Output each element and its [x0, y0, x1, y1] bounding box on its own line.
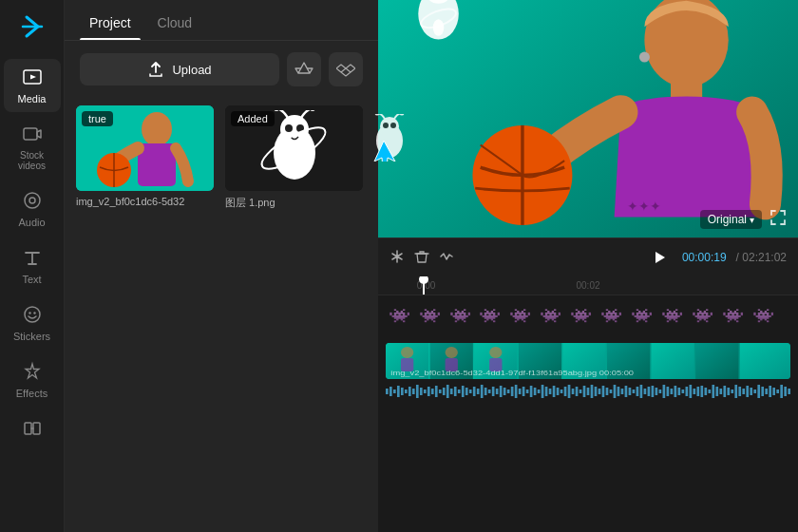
svg-rect-94 [484, 388, 487, 395]
svg-rect-122 [591, 385, 594, 398]
media-item-1[interactable]: true img_v2_bf0c1dc6-5d32 [76, 105, 214, 210]
dropbox-button[interactable] [329, 52, 363, 86]
main-panel: Project Cloud Upload [65, 0, 378, 532]
added-badge-2: Added [231, 111, 275, 126]
svg-rect-138 [652, 386, 655, 397]
right-panel: ✦✦✦ Original [378, 0, 798, 532]
sidebar-item-effects[interactable]: Effects [4, 353, 61, 407]
time-total: / 02:21:02 [736, 251, 787, 264]
media-label-1: img_v2_bf0c1dc6-5d32 [76, 196, 214, 207]
tab-project[interactable]: Project [80, 4, 141, 40]
upload-button[interactable]: Upload [80, 53, 279, 86]
svg-rect-117 [572, 389, 575, 394]
svg-text:👾: 👾 [752, 307, 775, 324]
media-grid: true img_v2_bf0c1dc6-5d32 [65, 98, 378, 218]
svg-rect-171 [776, 390, 779, 393]
logo[interactable] [15, 10, 49, 44]
sidebar-item-stickers[interactable]: Stickers [4, 296, 61, 350]
svg-rect-139 [656, 388, 658, 395]
playhead[interactable] [423, 276, 425, 294]
svg-rect-70 [393, 390, 396, 393]
svg-marker-37 [656, 252, 665, 263]
svg-rect-137 [648, 387, 651, 396]
svg-rect-110 [545, 387, 548, 396]
svg-point-5 [25, 307, 40, 322]
delete-icon[interactable] [414, 249, 429, 267]
svg-rect-82 [439, 390, 442, 393]
ruler-marks: 0:00 00:02 [386, 280, 790, 291]
svg-rect-129 [618, 387, 620, 396]
timeline-ruler: 0:00 00:02 [378, 276, 798, 295]
svg-rect-91 [473, 387, 476, 396]
svg-rect-95 [488, 390, 491, 393]
svg-rect-107 [534, 388, 537, 395]
svg-rect-136 [644, 389, 647, 394]
split-icon[interactable] [390, 249, 405, 267]
svg-text:img_v2_bf0c1dc6-5d32-4dd1-97df: img_v2_bf0c1dc6-5d32-4dd1-97df-f13f61a95… [390, 370, 634, 377]
svg-rect-155 [715, 387, 718, 396]
svg-point-3 [25, 193, 40, 208]
svg-rect-106 [530, 386, 533, 397]
svg-rect-130 [621, 389, 624, 394]
svg-rect-147 [686, 387, 689, 396]
fullscreen-button[interactable] [770, 209, 787, 230]
play-button[interactable] [646, 244, 673, 271]
svg-rect-131 [625, 386, 628, 397]
sidebar-item-text[interactable]: Text [4, 239, 61, 293]
svg-point-4 [29, 198, 35, 203]
quality-selector[interactable]: Original ▾ [700, 210, 762, 229]
sidebar-item-transitions[interactable] [4, 410, 61, 452]
svg-rect-113 [557, 388, 560, 395]
svg-rect-84 [446, 385, 449, 398]
svg-text:👾: 👾 [661, 307, 684, 324]
tab-cloud[interactable]: Cloud [148, 4, 202, 40]
time-current: 00:00:19 [682, 251, 727, 264]
audio-track-row [386, 385, 790, 423]
svg-rect-163 [746, 386, 749, 397]
sidebar-item-media[interactable]: Media [4, 59, 61, 112]
svg-text:👾: 👾 [449, 307, 472, 324]
svg-rect-143 [671, 389, 674, 394]
sidebar: Media Stockvideos Audio Text [0, 0, 65, 532]
svg-rect-168 [765, 389, 768, 394]
svg-rect-72 [401, 388, 404, 395]
ruler-mark-1 [466, 280, 547, 291]
svg-rect-83 [443, 388, 446, 395]
svg-rect-59 [695, 343, 738, 379]
svg-rect-69 [390, 387, 392, 396]
svg-point-6 [28, 312, 30, 314]
text-icon [22, 247, 43, 271]
svg-rect-132 [629, 388, 632, 395]
svg-text:👾: 👾 [419, 307, 442, 324]
svg-rect-144 [674, 386, 677, 397]
timeline-tracks: 👾 👾 👾 👾 👾 👾 👾 👾 👾 👾 👾 👾 [378, 295, 798, 428]
sidebar-item-stickers-label: Stickers [13, 331, 50, 342]
svg-rect-76 [416, 385, 419, 398]
video-track-row[interactable]: img_v2_bf0c1dc6-5d32-4dd1-97df-f13f61a95… [386, 343, 790, 381]
audio-trim-icon[interactable] [439, 249, 454, 267]
svg-rect-81 [435, 386, 438, 397]
svg-rect-102 [515, 385, 518, 398]
svg-rect-71 [397, 386, 400, 397]
svg-rect-8 [25, 423, 31, 434]
svg-rect-158 [727, 388, 730, 395]
svg-rect-68 [386, 389, 389, 394]
svg-rect-93 [481, 385, 484, 398]
media-item-2[interactable]: Added 图层 1.png [225, 105, 363, 210]
google-drive-button[interactable] [287, 52, 321, 86]
sidebar-item-stock-videos[interactable]: Stockvideos [4, 116, 61, 179]
transitions-icon [22, 418, 43, 442]
svg-rect-149 [693, 389, 695, 394]
video-track-clip: img_v2_bf0c1dc6-5d32-4dd1-97df-f13f61a95… [386, 343, 790, 379]
svg-rect-134 [636, 387, 639, 396]
svg-text:👾: 👾 [600, 307, 623, 324]
svg-rect-135 [640, 385, 643, 398]
svg-rect-87 [458, 390, 461, 393]
svg-text:👾: 👾 [509, 307, 532, 324]
svg-point-27 [639, 52, 650, 63]
svg-rect-133 [633, 390, 636, 393]
sidebar-item-audio[interactable]: Audio [4, 182, 61, 236]
preview-controls: Original ▾ [700, 209, 787, 230]
svg-text:👾: 👾 [389, 307, 411, 324]
svg-rect-88 [462, 386, 465, 397]
